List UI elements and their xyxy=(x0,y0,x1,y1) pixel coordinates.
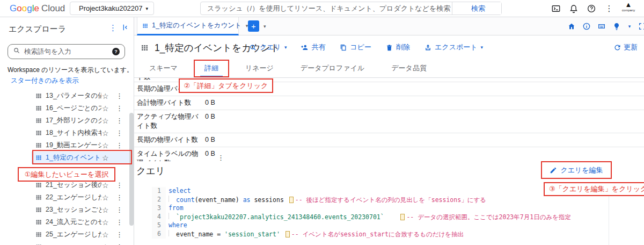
star-icon[interactable]: ☆ xyxy=(102,193,109,202)
lightbulb-icon[interactable] xyxy=(612,21,621,31)
explorer-search-input[interactable] xyxy=(24,48,108,55)
more-vert-icon[interactable]: ⋮ xyxy=(116,181,123,189)
tab-データ品質[interactable]: データ品質 xyxy=(387,59,431,77)
add-tab-button[interactable]: + xyxy=(248,20,259,32)
detail-label: 合計物理バイト数 xyxy=(137,98,205,107)
tab-データプロファイル[interactable]: データプロファイル xyxy=(296,59,369,77)
cloud-shell-icon[interactable] xyxy=(550,2,562,15)
line-number: 6 xyxy=(152,230,166,239)
highlight-marker-icon xyxy=(289,197,294,203)
explorer-tree-item[interactable]: 17_外部リンクのク...☆⋮ xyxy=(0,114,134,127)
share-button[interactable]: 共有 xyxy=(301,42,325,52)
delete-icon xyxy=(385,44,393,52)
annotation-step1: ①編集したいビューを選択 xyxy=(18,167,115,182)
edit-query-button[interactable]: クエリを編集 xyxy=(550,165,603,175)
detail-value: 0 B xyxy=(205,98,215,107)
star-icon[interactable]: ☆ xyxy=(102,230,109,239)
home-icon[interactable] xyxy=(567,21,576,31)
indent-guide xyxy=(169,230,176,236)
editor-tab-strip: 1_特定のイベントをカウント ▾ × + ▾ ▾ xyxy=(134,17,644,35)
star-icon[interactable]: ☆ xyxy=(102,104,109,113)
star-icon[interactable]: ☆ xyxy=(102,206,109,214)
sql-line: 2count(event_name) as sessions -- 後ほど指定す… xyxy=(152,196,609,205)
tree-item-label: 22_エンゲージした... xyxy=(46,193,101,202)
explorer-tree-item[interactable]: 13_パラメータの値...☆⋮ xyxy=(0,90,134,102)
explorer-tree-item[interactable]: 19_動画エンゲージ...☆⋮ xyxy=(0,139,134,152)
more-vert-icon[interactable]: ⋮ xyxy=(116,243,123,245)
info-icon[interactable] xyxy=(582,21,591,31)
explorer-tree-item[interactable]: 22_エンゲージした...☆⋮ xyxy=(0,191,134,204)
line-number: 5 xyxy=(152,221,166,230)
star-icon[interactable]: ☆ xyxy=(102,117,109,125)
explorer-tree-item[interactable]: 18_サイト内検索キ...☆⋮ xyxy=(0,127,134,139)
line-number: 4 xyxy=(152,213,166,222)
indent-guide xyxy=(169,196,176,202)
query-button[interactable]: クエリ▾ xyxy=(249,42,287,52)
more-vert-icon[interactable]: ⋮ xyxy=(116,92,123,100)
explorer-search-box: ? xyxy=(8,44,125,59)
line-number: 2 xyxy=(152,196,166,205)
copy-button[interactable]: コピー xyxy=(339,42,371,52)
fullscreen-icon[interactable] xyxy=(638,21,644,31)
account-avatar[interactable]: ▲ company xyxy=(617,1,640,12)
explorer-tree-item[interactable]: 1_特定のイベントを...☆⋮ xyxy=(0,152,134,164)
star-icon[interactable]: ☆ xyxy=(102,92,109,100)
explorer-tree-item[interactable]: ☆⋮ xyxy=(0,241,134,245)
star-icon[interactable]: ☆ xyxy=(102,243,109,245)
keyboard-icon[interactable] xyxy=(597,21,606,31)
more-vert-icon[interactable]: ⋮ xyxy=(603,2,616,15)
add-tab-chevron-icon[interactable]: ▾ xyxy=(264,24,266,29)
top-app-bar: GoogleCloud Project3kaku202207 ▾ 検索 ⋮ ▲ … xyxy=(0,0,644,17)
more-vert-icon[interactable]: ⋮ xyxy=(116,117,123,125)
star-icon[interactable]: ☆ xyxy=(102,141,109,150)
star-icon[interactable]: ☆ xyxy=(102,218,109,227)
explorer-more-vert-icon[interactable]: ⋮ xyxy=(109,23,117,33)
avatar-company-label: company xyxy=(617,9,640,12)
explorer-tree-item[interactable]: 23_セッションごと...☆⋮ xyxy=(0,204,134,216)
chevron-down-icon[interactable]: ▾ xyxy=(627,21,632,31)
avatar-logo: ▲ xyxy=(617,1,640,9)
global-search-button[interactable]: 検索 xyxy=(452,2,501,15)
tab-スキーマ[interactable]: スキーマ xyxy=(145,59,182,77)
sql-line: 4`project3kaku202207.analytics_241348460… xyxy=(152,213,609,222)
explorer-scrollbar[interactable] xyxy=(129,113,134,226)
query-section: クエリ クエリを編集 ③「クエリを編集」をクリック 1select2count(… xyxy=(134,161,644,245)
editor-tab[interactable]: 1_特定のイベントをカウント ▾ × xyxy=(137,17,239,35)
more-vert-icon[interactable]: ⋮ xyxy=(116,206,123,214)
project-selector[interactable]: Project3kaku202207 ▾ xyxy=(70,2,154,15)
tree-item-label: 24_流入元ごとのセ... xyxy=(46,218,101,227)
annotation-edit-frame: クエリを編集 xyxy=(541,161,612,179)
star-icon[interactable]: ☆ xyxy=(102,129,109,138)
tree-item-label: 23_セッションごと... xyxy=(46,205,101,214)
starred-only-link[interactable]: スター付きのみを表示 xyxy=(11,76,79,85)
refresh-icon xyxy=(613,44,621,52)
sql-line: 5where xyxy=(152,221,609,230)
more-vert-icon[interactable]: ⋮ xyxy=(217,154,224,162)
explorer-tree-item[interactable]: 16_ページごとのス...☆⋮ xyxy=(0,102,134,114)
explorer-tree-item[interactable]: 24_流入元ごとのセ...☆⋮ xyxy=(0,216,134,228)
more-vert-icon[interactable]: ⋮ xyxy=(116,218,123,226)
refresh-button[interactable]: 更新 xyxy=(613,35,638,59)
explorer-panel: エクスプローラ ⋮ ? Workspace のリソースを表示しています。 スター… xyxy=(0,17,134,245)
more-vert-icon[interactable]: ⋮ xyxy=(116,129,123,137)
tree-item-label: 1_特定のイベントを... xyxy=(46,153,101,162)
help-filled-icon[interactable]: ? xyxy=(112,48,120,55)
annotation-step3: ③「クエリを編集」をクリック xyxy=(544,182,644,196)
tab-詳細[interactable]: 詳細 xyxy=(200,59,223,77)
tab-リネージ[interactable]: リネージ xyxy=(241,59,278,77)
more-vert-icon[interactable]: ⋮ xyxy=(116,104,123,112)
table-row: アクティブな物理バイト数0 B xyxy=(134,110,644,133)
global-search-input[interactable] xyxy=(201,4,452,12)
more-vert-icon[interactable]: ⋮ xyxy=(116,141,123,149)
star-icon[interactable]: ☆ xyxy=(102,181,109,190)
help-icon[interactable] xyxy=(585,2,598,15)
export-button[interactable]: エクスポート▾ xyxy=(424,42,483,52)
star-icon[interactable]: ☆ xyxy=(102,154,109,162)
explorer-tree-item[interactable]: 25_エンゲージした...☆⋮ xyxy=(0,228,134,241)
more-vert-icon[interactable]: ⋮ xyxy=(116,230,123,239)
notifications-icon[interactable] xyxy=(567,2,580,15)
delete-button[interactable]: 削除 xyxy=(385,42,410,52)
more-vert-icon[interactable]: ⋮ xyxy=(116,193,123,201)
collapse-panel-icon[interactable] xyxy=(121,23,130,33)
tree-item-label: 16_ページごとのス... xyxy=(46,104,101,113)
